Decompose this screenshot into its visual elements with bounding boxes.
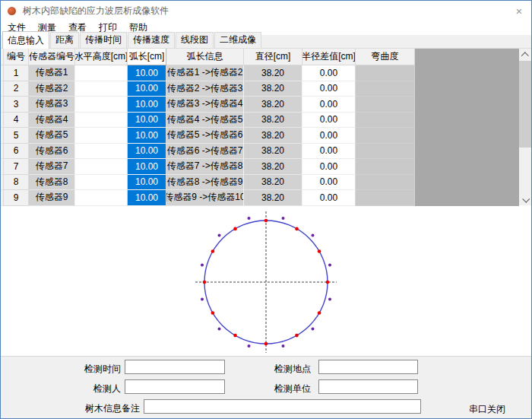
arc-info-cell: 传感器9 ->传感器10 <box>166 190 244 206</box>
row-number-cell[interactable]: 1 <box>4 65 29 81</box>
sensor-point <box>295 334 299 338</box>
detection-info-panel: 检测时间 检测地点 检测人 检测单位 树木信息备注 串口关闭 <box>1 356 531 419</box>
row-number-cell[interactable]: 4 <box>4 113 29 129</box>
radius-diff-cell[interactable]: 0.00 <box>302 175 356 191</box>
title-bar: 树木内部缺陷的应力波层析成像软件 <box>1 1 531 21</box>
sensor-point <box>326 281 330 284</box>
tab-4[interactable]: 传播速度 <box>128 32 175 48</box>
table-row: 7传感器710.00传感器7 ->传感器838.200.00 <box>1 159 519 175</box>
window-title: 树木内部缺陷的应力波层析成像软件 <box>23 5 169 17</box>
arc-length-cell[interactable]: 10.00 <box>128 128 166 144</box>
tab-1[interactable]: 信息输入 <box>2 31 49 49</box>
curvature-cell <box>356 113 415 129</box>
row-number-cell[interactable]: 7 <box>4 159 29 175</box>
horizontal-height-cell[interactable] <box>75 159 128 175</box>
row-filler <box>415 175 519 191</box>
column-header-1[interactable]: 编号 <box>4 49 29 65</box>
arc-info-cell: 传感器1 ->传感器2 <box>166 65 244 81</box>
measured-point <box>218 328 221 331</box>
sensor-point <box>203 281 207 284</box>
header-filler <box>415 49 519 65</box>
diameter-cell: 38.20 <box>244 190 302 206</box>
table-row: 8传感器810.00传感器8 ->传感器938.200.00 <box>1 175 519 191</box>
row-number-cell[interactable]: 9 <box>4 190 29 206</box>
sensor-point <box>318 249 321 253</box>
horizontal-height-cell[interactable] <box>75 113 128 129</box>
detect-person-label: 检测人 <box>75 382 121 395</box>
sensor-point <box>295 227 299 231</box>
row-number-cell[interactable]: 8 <box>4 175 29 191</box>
measured-point <box>201 298 204 301</box>
arc-length-cell[interactable]: 10.00 <box>128 97 166 113</box>
column-header-6[interactable]: 直径[cm] <box>244 49 302 65</box>
arc-length-cell[interactable]: 10.00 <box>128 113 166 129</box>
detect-unit-input[interactable] <box>318 379 418 394</box>
close-icon[interactable]: × <box>507 1 531 21</box>
sensor-point <box>318 311 321 315</box>
arc-length-cell[interactable]: 10.00 <box>128 159 166 175</box>
horizontal-height-cell[interactable] <box>75 81 128 97</box>
column-header-2[interactable]: 传感器编号 <box>29 49 75 65</box>
radius-diff-cell[interactable]: 0.00 <box>302 190 356 206</box>
column-header-3[interactable]: 水平高度[cm] <box>75 49 128 65</box>
scroll-down-icon[interactable] <box>519 193 531 205</box>
radius-diff-cell[interactable]: 0.00 <box>302 113 356 129</box>
column-header-8[interactable]: 弯曲度 <box>356 49 415 65</box>
measured-point <box>282 217 285 220</box>
radius-diff-cell[interactable]: 0.00 <box>302 97 356 113</box>
chevron-down-icon <box>522 195 530 202</box>
row-number-cell[interactable]: 6 <box>4 144 29 160</box>
chevron-up-icon <box>521 52 528 59</box>
arc-info-cell: 传感器4 ->传感器5 <box>166 113 244 129</box>
column-header-4[interactable]: 弧长[cm] <box>128 49 166 65</box>
curvature-cell <box>356 159 415 175</box>
scrollbar-thumb[interactable] <box>519 61 531 148</box>
arc-length-cell[interactable]: 10.00 <box>128 144 166 160</box>
measured-point <box>248 217 251 220</box>
measured-point <box>201 264 204 267</box>
arc-length-cell[interactable]: 10.00 <box>128 81 166 97</box>
column-header-5[interactable]: 弧长信息 <box>166 49 244 65</box>
column-header-7[interactable]: 半径差值[cm] <box>302 49 356 65</box>
measured-point <box>282 344 285 348</box>
measured-point <box>328 298 331 301</box>
detect-place-input[interactable] <box>318 360 418 374</box>
sensor-name-cell: 传感器6 <box>29 144 75 160</box>
horizontal-height-cell[interactable] <box>75 144 128 160</box>
radius-diff-cell[interactable]: 0.00 <box>302 159 356 175</box>
tree-remark-label: 树木信息备注 <box>75 402 140 415</box>
radius-diff-cell[interactable]: 0.00 <box>302 144 356 160</box>
measured-point <box>218 234 221 237</box>
radius-diff-cell[interactable]: 0.00 <box>302 65 356 81</box>
detect-person-input[interactable] <box>125 379 225 394</box>
horizontal-height-cell[interactable] <box>75 97 128 113</box>
detect-time-input[interactable] <box>125 360 225 374</box>
radius-diff-cell[interactable]: 0.00 <box>302 81 356 97</box>
sensor-point <box>264 219 268 223</box>
tab-5[interactable]: 线段图 <box>176 32 214 48</box>
row-number-cell[interactable]: 3 <box>4 97 29 113</box>
tab-2[interactable]: 距离 <box>50 32 79 48</box>
sensor-name-cell: 传感器1 <box>29 65 75 81</box>
horizontal-height-cell[interactable] <box>75 190 128 206</box>
horizontal-height-cell[interactable] <box>75 175 128 191</box>
sensor-table: 编号传感器编号水平高度[cm]弧长[cm]弧长信息直径[cm]半径差值[cm]弯… <box>1 49 519 206</box>
table-scrollbar[interactable] <box>519 49 531 205</box>
diameter-cell: 38.20 <box>244 175 302 191</box>
arc-length-cell[interactable]: 10.00 <box>128 65 166 81</box>
radius-diff-cell[interactable]: 0.00 <box>302 128 356 144</box>
sensor-name-cell: 传感器3 <box>29 97 75 113</box>
tab-3[interactable]: 传播时间 <box>80 32 127 48</box>
tab-6[interactable]: 二维成像 <box>214 32 261 48</box>
arc-length-cell[interactable]: 10.00 <box>128 190 166 206</box>
detect-place-label: 检测地点 <box>265 363 311 376</box>
sensor-name-cell: 传感器9 <box>29 190 75 206</box>
row-number-cell[interactable]: 2 <box>4 81 29 97</box>
tab-strip: 信息输入距离传播时间传播速度线段图二维成像 <box>1 35 531 49</box>
tree-remark-input[interactable] <box>144 399 421 414</box>
scroll-up-icon[interactable] <box>519 49 531 61</box>
horizontal-height-cell[interactable] <box>75 65 128 81</box>
arc-length-cell[interactable]: 10.00 <box>128 175 166 191</box>
horizontal-height-cell[interactable] <box>75 128 128 144</box>
row-number-cell[interactable]: 5 <box>4 128 29 144</box>
